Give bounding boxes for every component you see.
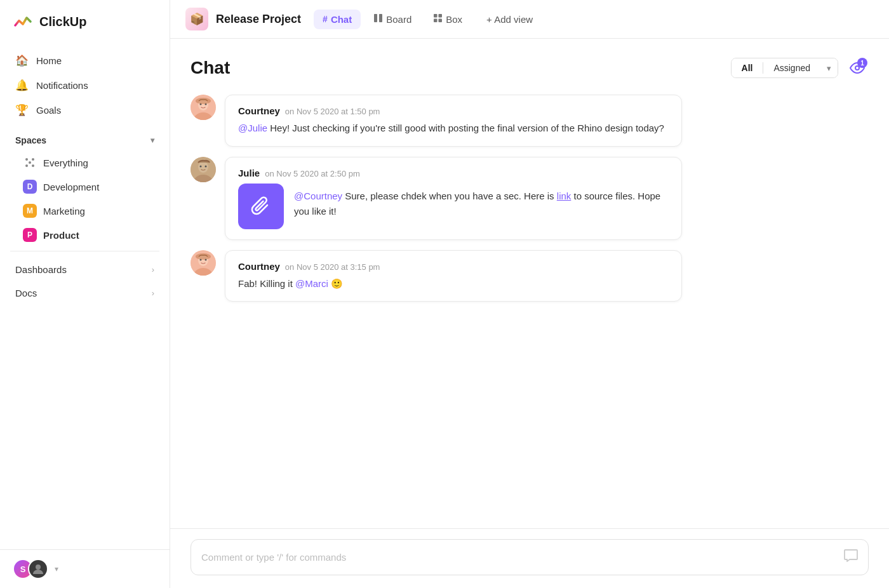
message-author-1: Courtney [238, 105, 280, 116]
message-time-3: on Nov 5 2020 at 3:15 pm [285, 262, 380, 272]
tab-chat[interactable]: # Chat [314, 10, 361, 29]
comment-bubble-icon [844, 549, 858, 566]
board-icon [373, 13, 383, 25]
svg-point-3 [32, 164, 34, 167]
sidebar-item-development[interactable]: D Development [8, 175, 162, 199]
mention-julie: @Julie [238, 123, 267, 133]
trophy-icon: 🏆 [15, 104, 29, 117]
marketing-label: Marketing [43, 206, 85, 217]
main-content: 📦 Release Project # Chat Board [170, 0, 889, 588]
chat-title: Chat [190, 58, 230, 78]
svg-rect-8 [434, 14, 438, 18]
comment-input-area[interactable]: Comment or type '/' for commands [190, 539, 869, 575]
svg-rect-6 [374, 14, 377, 22]
sidebar-item-docs[interactable]: Docs › [8, 281, 162, 305]
filter-group: All Assigned ▾ [731, 58, 838, 78]
docs-arrow-icon: › [152, 288, 154, 298]
svg-rect-7 [379, 14, 382, 22]
svg-rect-29 [196, 253, 211, 260]
sidebar-item-goals[interactable]: 🏆 Goals [8, 98, 162, 123]
product-badge: P [23, 228, 37, 242]
message-time-2: on Nov 5 2020 at 2:50 pm [265, 169, 360, 178]
marketing-badge: M [23, 204, 37, 218]
sidebar-item-dashboards[interactable]: Dashboards › [8, 258, 162, 281]
attach-body-1: Sure, please chdek when you have a sec. … [342, 190, 557, 201]
message-meta-2: Julie on Nov 5 2020 at 2:50 pm [238, 168, 669, 178]
attachment-icon-box [238, 184, 284, 229]
sidebar-item-product[interactable]: P Product [8, 223, 162, 247]
comment-input-placeholder: Comment or type '/' for commands [201, 552, 346, 563]
message-bubble-1: Courtney on Nov 5 2020 at 1:50 pm @Julie… [225, 95, 682, 147]
message-time-1: on Nov 5 2020 at 1:50 pm [285, 107, 380, 116]
message-text-1: @Julie Hey! Just checking if you're stil… [238, 121, 669, 136]
tab-box[interactable]: Box [424, 9, 471, 29]
clickup-logo-icon [13, 11, 33, 32]
svg-rect-18 [196, 98, 211, 104]
filter-assigned-button[interactable]: Assigned [763, 58, 820, 77]
dashboards-label: Dashboards [15, 264, 67, 275]
dashboards-arrow-icon: › [152, 265, 154, 274]
comment-bar: Comment or type '/' for commands [170, 528, 889, 588]
message-author-3: Courtney [238, 261, 280, 272]
tab-box-label: Box [446, 14, 462, 25]
message-body-1: Hey! Just checking if you're still good … [267, 123, 664, 133]
chat-area: Chat All Assigned ▾ 1 [170, 39, 889, 528]
development-badge: D [23, 180, 37, 194]
filter-chevron-button[interactable]: ▾ [820, 58, 838, 77]
bell-icon: 🔔 [15, 79, 29, 92]
svg-point-23 [205, 165, 207, 167]
attachment-text: @Courtney Sure, please chdek when you ha… [294, 184, 669, 219]
sidebar: ClickUp 🏠 Home 🔔 Notifications 🏆 Goals S… [0, 0, 170, 588]
message-text-3: Fab! Killing it @Marci 🙂 [238, 277, 669, 291]
watch-button[interactable]: 1 [846, 57, 869, 79]
svg-rect-11 [439, 19, 443, 23]
source-link[interactable]: link [557, 190, 572, 201]
sidebar-user-area: S ▾ [0, 549, 170, 588]
message-bubble-3: Courtney on Nov 5 2020 at 3:15 pm Fab! K… [225, 250, 682, 302]
paperclip-icon [251, 196, 271, 217]
tab-board[interactable]: Board [364, 9, 420, 29]
sidebar-item-home[interactable]: 🏠 Home [8, 48, 162, 73]
logo-text: ClickUp [39, 15, 86, 29]
chat-header: Chat All Assigned ▾ 1 [190, 57, 869, 79]
user-chevron-icon[interactable]: ▾ [55, 565, 58, 573]
message-1: Courtney on Nov 5 2020 at 1:50 pm @Julie… [190, 95, 869, 147]
development-label: Development [43, 182, 99, 192]
svg-point-5 [36, 565, 41, 570]
message-meta-3: Courtney on Nov 5 2020 at 3:15 pm [238, 261, 669, 272]
product-label: Product [43, 230, 79, 241]
sidebar-item-notifications[interactable]: 🔔 Notifications [8, 73, 162, 98]
sidebar-nav: 🏠 Home 🔔 Notifications 🏆 Goals [0, 43, 170, 128]
topbar: 📦 Release Project # Chat Board [170, 0, 889, 39]
everything-icon [23, 156, 37, 170]
home-icon: 🏠 [15, 54, 29, 67]
tab-chat-label: Chat [331, 14, 352, 25]
message-text-start-3: Fab! Killing it [238, 278, 295, 289]
mention-marci: @Marci [295, 278, 328, 289]
svg-rect-10 [434, 19, 438, 23]
everything-label: Everything [43, 157, 88, 168]
mention-courtney: @Courtney [294, 190, 342, 201]
avatar-courtney-1 [190, 95, 216, 120]
box-icon [433, 13, 443, 25]
message-3: Courtney on Nov 5 2020 at 3:15 pm Fab! K… [190, 250, 869, 302]
svg-point-0 [25, 158, 28, 161]
svg-rect-9 [439, 14, 443, 18]
logo-area: ClickUp [0, 0, 170, 43]
watch-badge-count: 1 [857, 58, 867, 68]
message-meta-1: Courtney on Nov 5 2020 at 1:50 pm [238, 105, 669, 116]
project-icon: 📦 [185, 8, 208, 30]
svg-point-22 [200, 165, 202, 167]
add-view-label: + Add view [486, 14, 533, 25]
avatar-stack: S [13, 559, 48, 579]
sidebar-item-home-label: Home [36, 55, 62, 66]
add-view-button[interactable]: + Add view [478, 10, 542, 29]
sidebar-item-marketing[interactable]: M Marketing [8, 199, 162, 223]
spaces-section-header[interactable]: Spaces ▾ [0, 128, 170, 150]
avatar-julie [190, 157, 216, 182]
filter-all-button[interactable]: All [732, 58, 763, 77]
attachment-area: @Courtney Sure, please chdek when you ha… [238, 184, 669, 229]
chat-hash-icon: # [323, 14, 328, 24]
sidebar-item-everything[interactable]: Everything [8, 150, 162, 175]
avatar-courtney-2 [190, 250, 216, 276]
